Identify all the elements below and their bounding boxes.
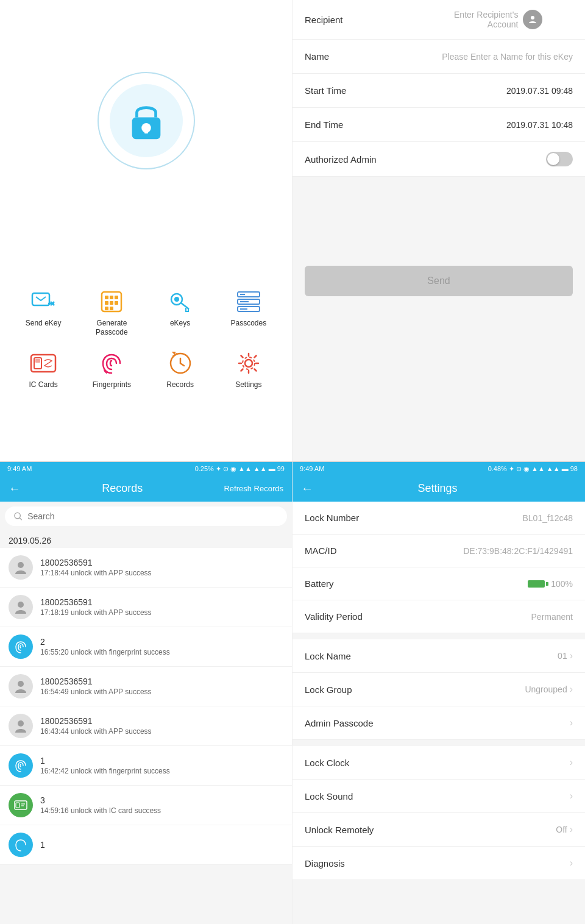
- svg-point-29: [18, 562, 24, 568]
- svg-point-14: [174, 297, 179, 302]
- start-time-label: Start Time: [305, 85, 346, 96]
- battery-label: Battery: [305, 578, 334, 589]
- svg-rect-12: [110, 307, 113, 310]
- record-avatar-fp: [9, 634, 33, 659]
- record-detail: 14:59:16 unlock with IC card success: [40, 806, 283, 815]
- record-item[interactable]: 18002536591 17:18:44 unlock with APP suc…: [0, 548, 292, 588]
- menu-item-ekeys[interactable]: eKeys: [149, 288, 211, 338]
- records-list: 18002536591 17:18:44 unlock with APP suc…: [0, 548, 292, 924]
- lock-group-chevron: ›: [570, 684, 573, 695]
- record-avatar-card: [9, 793, 33, 817]
- svg-rect-6: [110, 296, 113, 299]
- name-label: Name: [305, 51, 329, 62]
- svg-point-31: [18, 681, 24, 687]
- menu-item-settings[interactable]: Settings: [218, 350, 280, 390]
- search-bar: [5, 506, 287, 526]
- menu-grid: Send eKey Generate Passcode: [6, 288, 286, 390]
- recipient-label: Recipient: [305, 15, 343, 25]
- svg-point-32: [18, 720, 24, 727]
- records-top-bar: ← Records Refresh Records: [0, 475, 292, 502]
- lock-group-row[interactable]: Lock Group Ungrouped ›: [292, 673, 585, 706]
- settings-back-button[interactable]: ←: [301, 482, 313, 496]
- name-row: Name Please Enter a Name for this eKey: [292, 40, 585, 74]
- record-name: 1: [40, 756, 283, 766]
- records-status-bar: 9:49 AM 0.25% ✦ ⊙ ◉ ▲▲ ▲▲ ▬ 99: [0, 462, 292, 475]
- toggle-knob: [547, 153, 559, 165]
- send-ekey-label: Send eKey: [26, 319, 62, 329]
- lock-name-label: Lock Name: [305, 651, 351, 661]
- generate-passcode-icon: [98, 288, 125, 315]
- record-detail: 16:54:49 unlock with APP success: [40, 688, 283, 696]
- record-item[interactable]: 18002536591 16:43:44 unlock with APP suc…: [0, 706, 292, 746]
- admin-passcode-row[interactable]: Admin Passcode ›: [292, 706, 585, 740]
- lock-clock-row[interactable]: Lock Clock ›: [292, 746, 585, 780]
- record-item[interactable]: 3 14:59:16 unlock with IC card success: [0, 786, 292, 825]
- svg-rect-7: [115, 296, 118, 299]
- end-time-label: End Time: [305, 119, 343, 130]
- record-item[interactable]: 2 16:55:20 unlock with fingerprint succe…: [0, 627, 292, 667]
- recipient-placeholder: Enter Recipient's Account: [452, 10, 519, 29]
- record-name: 1: [40, 840, 283, 850]
- unlock-remotely-row[interactable]: Unlock Remotely Off ›: [292, 813, 585, 847]
- mac-id-row: MAC/ID DE:73:9B:48:2C:F1/1429491: [292, 535, 585, 567]
- records-back-button[interactable]: ←: [9, 482, 21, 496]
- menu-item-send-ekey[interactable]: Send eKey: [12, 288, 74, 338]
- records-signals: 0.25% ✦ ⊙ ◉ ▲▲ ▲▲ ▬ 99: [195, 465, 285, 473]
- battery-indicator: 100%: [528, 579, 573, 589]
- send-button[interactable]: Send: [305, 266, 573, 296]
- record-name: 18002536591: [40, 597, 283, 607]
- record-name: 3: [40, 795, 283, 805]
- start-time-row: Start Time 2019.07.31 09:48: [292, 74, 585, 108]
- battery-bar: [528, 580, 545, 588]
- records-time: 9:49 AM: [7, 465, 32, 472]
- menu-item-passcodes[interactable]: Passcodes: [218, 288, 280, 338]
- lock-name-value: 01 ›: [558, 650, 573, 661]
- svg-rect-23: [35, 359, 40, 363]
- menu-item-fingerprints[interactable]: Fingerprints: [80, 350, 143, 390]
- diagnosis-row[interactable]: Diagnosis ›: [292, 847, 585, 880]
- settings-list: Lock Number BL01_f12c48 MAC/ID DE:73:9B:…: [292, 502, 585, 924]
- search-icon: [13, 511, 23, 521]
- authorized-admin-toggle[interactable]: [546, 152, 573, 166]
- settings-signals: 0.48% ✦ ⊙ ◉ ▲▲ ▲▲ ▬ 98: [488, 465, 578, 473]
- lock-name-row[interactable]: Lock Name 01 ›: [292, 639, 585, 673]
- settings-time: 9:49 AM: [300, 465, 324, 472]
- svg-rect-11: [105, 307, 108, 310]
- menu-item-ic-cards[interactable]: IC Cards: [12, 350, 74, 390]
- validity-period-value: Permanent: [531, 612, 573, 622]
- settings-divider-2: [292, 740, 585, 746]
- settings-icon: [235, 350, 262, 377]
- battery-percent: 100%: [551, 579, 573, 589]
- record-item[interactable]: 18002536591 16:54:49 unlock with APP suc…: [0, 667, 292, 706]
- search-input[interactable]: [27, 511, 278, 521]
- records-icon: [167, 350, 194, 377]
- unlock-remotely-label: Unlock Remotely: [305, 825, 374, 835]
- recipient-account-icon[interactable]: [523, 10, 542, 29]
- record-name: 18002536591: [40, 558, 283, 567]
- svg-rect-34: [16, 803, 20, 808]
- refresh-records-button[interactable]: Refresh Records: [224, 484, 283, 493]
- diagnosis-label: Diagnosis: [305, 858, 345, 869]
- lock-sound-row[interactable]: Lock Sound ›: [292, 780, 585, 813]
- end-time-value: 2019.07.31 10:48: [506, 120, 573, 130]
- menu-item-records[interactable]: Records: [149, 350, 211, 390]
- ic-cards-icon: [30, 350, 57, 377]
- lock-clock-chevron: ›: [570, 757, 573, 768]
- record-name: 18002536591: [40, 716, 283, 726]
- svg-rect-5: [105, 296, 108, 299]
- menu-item-generate-passcode[interactable]: Generate Passcode: [80, 288, 143, 338]
- ic-cards-label: IC Cards: [29, 380, 57, 390]
- settings-label: Settings: [235, 380, 261, 390]
- svg-point-27: [531, 16, 534, 20]
- fingerprints-icon: [98, 350, 125, 377]
- record-item[interactable]: 1: [0, 825, 292, 865]
- ekeys-icon: [167, 288, 194, 315]
- record-item[interactable]: 18002536591 17:18:19 unlock with APP suc…: [0, 588, 292, 627]
- name-placeholder: Please Enter a Name for this eKey: [442, 52, 573, 62]
- generate-passcode-label: Generate Passcode: [80, 319, 143, 338]
- record-item[interactable]: 1 16:42:42 unlock with fingerprint succe…: [0, 746, 292, 786]
- passcodes-icon: [235, 288, 262, 315]
- lock-icon: [125, 99, 168, 142]
- send-ekey-icon: [30, 288, 57, 315]
- settings-status-bar: 9:49 AM 0.48% ✦ ⊙ ◉ ▲▲ ▲▲ ▬ 98: [292, 462, 585, 475]
